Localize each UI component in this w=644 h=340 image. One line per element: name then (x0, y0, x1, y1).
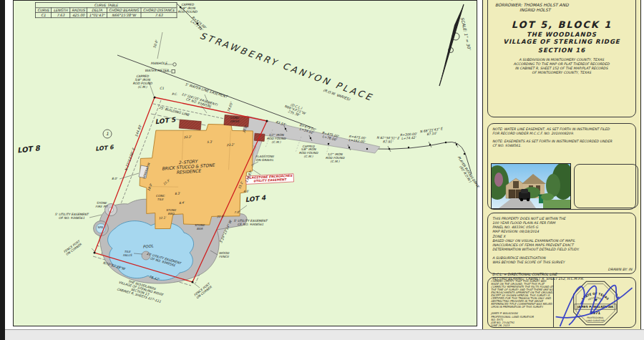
curve-table-cell: 425.00 (69, 12, 87, 17)
window-bottom-bar[interactable] (5, 329, 644, 340)
flood-statement: THIS PROPERTY DOES NOT LIE WITHIN THE100… (492, 217, 635, 252)
north-arrow (439, 4, 464, 86)
curve-table-header: RADIUS (69, 7, 87, 12)
curve-table: CURVE TABLECURVELENGTHRADIUSDELTACHORD B… (35, 2, 177, 18)
certification-box: I HEREBY CERTIFY THAT THIS SURVEY WAS MA… (487, 277, 636, 328)
address-line: SPRING, TEXAS 77382 (495, 0, 543, 1)
window-left-edge (0, 0, 5, 340)
text-line: JUNE 28, 2023 (491, 324, 553, 327)
curve-table-cell: N66°15'38"W (107, 12, 141, 17)
curve-table-header: CHORD DISTANCE (141, 7, 177, 12)
flood-box: THIS PROPERTY DOES NOT LIE WITHIN THE100… (487, 213, 636, 274)
title-panel: SPRING, TEXAS 77382 BORROWER: THOMAS HOL… (482, 0, 641, 330)
tile-falls (142, 251, 150, 260)
section-name: SECTION 16 (488, 47, 635, 54)
curve-table-cell: 1°01'43" (87, 12, 107, 17)
seal-cell: STATE OF TEXAS REGISTERED ★ JAMES P. WAL… (554, 278, 637, 327)
lot-title: LOT 5, BLOCK 1 (488, 19, 635, 30)
subdivision-name: THE WOODLANDS (488, 31, 635, 38)
curve-table-title: CURVE TABLE (35, 2, 177, 7)
borrower-line: INGRID HOLST (519, 7, 550, 12)
certification-paragraph: I HEREBY CERTIFY THAT THIS SURVEY WAS MA… (491, 280, 553, 309)
surveyor-block: JAMES P. WALKOVIAKPROFESSIONAL LAND SURV… (491, 312, 553, 327)
lawn (543, 200, 570, 208)
brick-stoop (179, 120, 201, 130)
plat-drawing (14, 1, 478, 327)
drawn-by: DRAWN BY: IN (608, 267, 632, 271)
borrower-line: BORROWER: THOMAS HOLST AND (495, 2, 569, 7)
curve-table-cell: 7.63 (141, 12, 177, 17)
certification-text-cell: I HEREBY CERTIFY THAT THIS SURVEY WAS MA… (488, 278, 554, 327)
garage-door (509, 190, 515, 198)
survey-plat-page: CURVE TABLECURVELENGTHRADIUSDELTACHORD B… (0, 0, 644, 340)
plat-sheet: CURVE TABLECURVELENGTHRADIUSDELTACHORD B… (13, 0, 477, 326)
title-box: SPRING, TEXAS 77382 BORROWER: THOMAS HOL… (487, 0, 636, 117)
subsurface-note: A SUBSURFACE INVESTIGATION WAS BEYOND TH… (492, 256, 635, 265)
subdivision-recording-note: A SUBDIVISION IN MONTGOMERY COUNTY, TEXA… (491, 58, 632, 75)
secondary-photo-box (574, 164, 638, 208)
curve-table-cell: C1 (35, 12, 51, 17)
village-name: VILLAGE OF STERLING RIDGE (488, 38, 635, 45)
house-photo (491, 163, 571, 209)
notes-box: NOTE: WATER LINE EASEMENT, AS SET FORTH … (487, 123, 636, 210)
easements-note: NOTE: EASEMENTS AS SET FORTH IN INSTRUME… (492, 140, 635, 148)
curve-table-header: LENGTH (52, 7, 70, 12)
pool (108, 221, 194, 281)
driveway (232, 116, 380, 169)
water-meter-symbol (172, 70, 175, 74)
curve-table-cell: 7.63 (52, 12, 70, 17)
house-photo-image (492, 164, 570, 208)
curve-table-header: CURVE (35, 7, 51, 12)
curve-table-header: CHORD BEARING (107, 7, 141, 12)
water-line-note: NOTE: WATER LINE EASEMENT, AS SET FORTH … (492, 127, 635, 136)
crape-myrtle (494, 173, 503, 187)
seal-land-surveyor: LAND SURVEYOR (586, 319, 605, 322)
curve-table-header: DELTA (87, 7, 107, 12)
surveyor-seal: STATE OF TEXAS REGISTERED ★ JAMES P. WAL… (554, 278, 637, 329)
manhole-symbol (173, 63, 177, 67)
